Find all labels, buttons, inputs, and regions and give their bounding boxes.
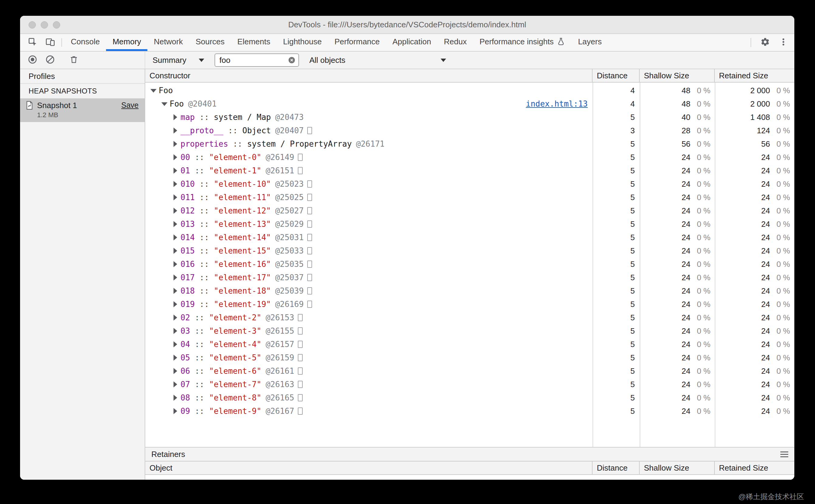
expander-icon[interactable]: [171, 111, 180, 124]
expander-icon[interactable]: [171, 378, 180, 391]
perspective-select[interactable]: Summary: [149, 56, 207, 65]
node-name: __proto__: [180, 126, 224, 135]
table-row[interactable]: 017 :: "element-17" @25037 5 24 0 % 24 0…: [145, 271, 794, 284]
expander-icon[interactable]: [171, 404, 180, 418]
panel-tab[interactable]: Redux: [438, 34, 473, 51]
source-link[interactable]: index.html:13: [526, 99, 588, 108]
expander-icon[interactable]: [171, 137, 180, 151]
snapshot-list-item[interactable]: Snapshot 1 1.2 MB Save: [20, 98, 145, 122]
expander-icon[interactable]: [171, 324, 180, 338]
inspect-element-button[interactable]: [24, 34, 41, 51]
more-options-button[interactable]: [777, 37, 789, 48]
expander-icon[interactable]: [171, 391, 180, 404]
expander-icon[interactable]: [171, 217, 180, 231]
table-row[interactable]: 09 :: "element-9" @26167 5 24 0 % 24 0 %: [145, 404, 794, 418]
minimize-button[interactable]: [41, 21, 48, 29]
shallow-size-column-header[interactable]: Shallow Size: [640, 69, 715, 82]
hamburger-menu-icon[interactable]: [780, 451, 788, 457]
save-snapshot-link[interactable]: Save: [121, 101, 138, 110]
expander-icon[interactable]: [171, 271, 180, 284]
delete-profile-button[interactable]: [69, 55, 78, 65]
panel-tab[interactable]: Network: [147, 34, 189, 51]
retained-size-column-header[interactable]: Retained Size: [715, 69, 794, 82]
table-row[interactable]: Foo @20401 index.html:13 4 48 0 % 2 000 …: [145, 97, 794, 111]
table-row[interactable]: __proto__ :: Object @20407 3 28 0 % 124 …: [145, 124, 794, 137]
object-column-header[interactable]: Object: [145, 461, 592, 474]
panel-tab[interactable]: Performance insights: [473, 34, 571, 51]
table-row[interactable]: 014 :: "element-14" @25031 5 24 0 % 24 0…: [145, 231, 794, 244]
clear-profiles-button[interactable]: [45, 54, 55, 66]
table-row[interactable]: 01 :: "element-1" @26151 5 24 0 % 24 0 %: [145, 164, 794, 177]
node-name: Foo: [158, 86, 173, 95]
distance-column-header[interactable]: Distance: [592, 461, 640, 474]
expander-icon[interactable]: [171, 257, 180, 271]
class-filter-input[interactable]: [220, 56, 285, 65]
table-row[interactable]: 04 :: "element-4" @26157 5 24 0 % 24 0 %: [145, 338, 794, 351]
expander-icon[interactable]: [171, 351, 180, 364]
expander-icon[interactable]: [171, 338, 180, 351]
panel-tab[interactable]: Console: [64, 34, 106, 51]
expander-icon[interactable]: [160, 97, 169, 111]
table-row[interactable]: 07 :: "element-7" @26163 5 24 0 % 24 0 %: [145, 378, 794, 391]
retained-value: 24: [715, 166, 770, 175]
table-row[interactable]: 011 :: "element-11" @25025 5 24 0 % 24 0…: [145, 191, 794, 204]
panel-tab[interactable]: Application: [386, 34, 438, 51]
table-row[interactable]: 013 :: "element-13" @25029 5 24 0 % 24 0…: [145, 217, 794, 231]
table-row[interactable]: 010 :: "element-10" @25023 5 24 0 % 24 0…: [145, 177, 794, 191]
expander-icon[interactable]: [171, 231, 180, 244]
table-row[interactable]: 016 :: "element-16" @25035 5 24 0 % 24 0…: [145, 257, 794, 271]
shallow-size-column-header[interactable]: Shallow Size: [640, 461, 715, 474]
distance-cell: 5: [592, 233, 640, 242]
expander-icon[interactable]: [171, 244, 180, 257]
expander-icon[interactable]: [149, 84, 158, 97]
retained-percent: 0 %: [770, 393, 794, 403]
retainers-section-header[interactable]: Retainers: [145, 447, 794, 461]
take-snapshot-button[interactable]: [27, 54, 38, 66]
panel-tab[interactable]: Memory: [106, 34, 147, 51]
shallow-cell: 56 0 %: [640, 139, 715, 149]
table-row[interactable]: properties :: system / PropertyArray @26…: [145, 137, 794, 151]
expander-icon[interactable]: [171, 298, 180, 311]
table-row[interactable]: 00 :: "element-0" @26149 5 24 0 % 24 0 %: [145, 151, 794, 164]
zoom-button[interactable]: [53, 21, 60, 29]
shallow-cell: 24 0 %: [640, 206, 715, 216]
table-row[interactable]: 08 :: "element-8" @26165 5 24 0 % 24 0 %: [145, 391, 794, 404]
table-row[interactable]: 015 :: "element-15" @25033 5 24 0 % 24 0…: [145, 244, 794, 257]
expander-icon[interactable]: [171, 364, 180, 378]
expander-icon[interactable]: [171, 124, 180, 137]
table-row[interactable]: Foo 4 48 0 % 2 000 0 %: [145, 84, 794, 97]
device-toolbar-button[interactable]: [41, 34, 59, 51]
expander-icon[interactable]: [171, 284, 180, 298]
retained-cell: 124 0 %: [715, 126, 794, 135]
retained-value: 24: [715, 273, 770, 282]
table-row[interactable]: 019 :: "element-19" @26169 5 24 0 % 24 0…: [145, 298, 794, 311]
table-row[interactable]: 012 :: "element-12" @25027 5 24 0 % 24 0…: [145, 204, 794, 217]
objects-scope-select[interactable]: All objects: [306, 56, 449, 65]
table-row[interactable]: 05 :: "element-5" @26159 5 24 0 % 24 0 %: [145, 351, 794, 364]
table-row[interactable]: map :: system / Map @20473 5 40 0 % 1 40…: [145, 111, 794, 124]
expander-icon[interactable]: [171, 191, 180, 204]
panel-tab[interactable]: Lighthouse: [277, 34, 328, 51]
retained-value: 1 408: [715, 113, 770, 122]
expander-icon[interactable]: [171, 177, 180, 191]
table-row[interactable]: 06 :: "element-6" @26161 5 24 0 % 24 0 %: [145, 364, 794, 378]
clear-search-icon[interactable]: [288, 56, 296, 64]
expander-icon[interactable]: [171, 164, 180, 177]
expander-icon[interactable]: [171, 311, 180, 324]
constructor-column-header[interactable]: Constructor: [145, 69, 592, 82]
retained-size-column-header[interactable]: Retained Size: [715, 461, 794, 474]
close-button[interactable]: [29, 21, 36, 29]
panel-tab[interactable]: Layers: [571, 34, 608, 51]
table-row[interactable]: 018 :: "element-18" @25039 5 24 0 % 24 0…: [145, 284, 794, 298]
expander-icon[interactable]: [171, 151, 180, 164]
indent: [145, 318, 171, 318]
retained-percent: 0 %: [770, 313, 794, 322]
expander-icon[interactable]: [171, 204, 180, 217]
panel-tab[interactable]: Elements: [231, 34, 277, 51]
settings-button[interactable]: [759, 37, 772, 48]
table-row[interactable]: 03 :: "element-3" @26155 5 24 0 % 24 0 %: [145, 324, 794, 338]
panel-tab[interactable]: Sources: [189, 34, 231, 51]
panel-tab[interactable]: Performance: [328, 34, 386, 51]
distance-column-header[interactable]: Distance: [592, 69, 640, 82]
table-row[interactable]: 02 :: "element-2" @26153 5 24 0 % 24 0 %: [145, 311, 794, 324]
